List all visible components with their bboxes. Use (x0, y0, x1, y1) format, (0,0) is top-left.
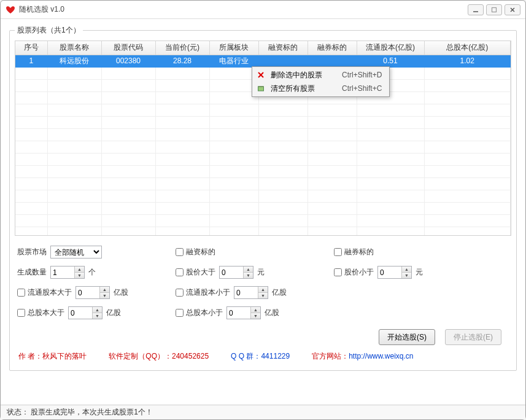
col-price[interactable]: 当前价(元) (155, 41, 209, 55)
footer-links: 作 者：秋风下的落叶 软件定制（QQ）：240452625 Q Q 群：4411… (15, 345, 511, 363)
table-row (15, 227, 511, 236)
custom-info: 软件定制（QQ）：240452625 (109, 351, 209, 362)
price-lt-spinner[interactable]: ▲▼ (377, 266, 412, 279)
price-gt-spinner[interactable]: ▲▼ (219, 266, 253, 279)
float-lt-spinner[interactable]: ▲▼ (234, 286, 268, 299)
gen-count-input[interactable] (51, 266, 74, 278)
float-lt-checkbox[interactable]: 流通股本小于 (176, 287, 230, 298)
table-row (15, 165, 511, 177)
table-row[interactable]: 1科远股份00238028.28电器行业0.511.02 (15, 55, 511, 67)
table-row (15, 128, 511, 141)
app-icon (6, 5, 15, 15)
menu-delete-selected[interactable]: 删除选中的股票 Ctrl+Shift+D (253, 68, 388, 82)
menu-clear-all[interactable]: 清空所有股票 Ctrl+Shift+C (253, 82, 388, 95)
table-header-row: 序号 股票名称 股票代码 当前价(元) 所属板块 融资标的 融券标的 流通股本(… (15, 41, 511, 55)
table-row (15, 153, 511, 165)
window-title: 随机选股 v1.0 (19, 4, 468, 15)
float-gt-spinner[interactable]: ▲▼ (75, 286, 110, 299)
close-button[interactable] (505, 4, 520, 15)
price-lt-checkbox[interactable]: 股价小于 (334, 267, 374, 278)
table-container: 序号 股票名称 股票代码 当前价(元) 所属板块 融资标的 融券标的 流通股本(… (15, 41, 511, 236)
official-site[interactable]: 官方网站：http://www.weixq.cn (312, 351, 413, 362)
gen-count-spinner[interactable]: ▲▼ (50, 266, 85, 279)
col-code[interactable]: 股票代码 (101, 41, 155, 55)
app-window: 随机选股 v1.0 股票列表（共1个） 序号 股票名称 股票代码 当前价(元) (0, 0, 526, 420)
col-short[interactable]: 融券标的 (307, 41, 357, 55)
table-row (15, 214, 511, 227)
status-text: 股票生成完毕，本次共生成股票1个！ (31, 407, 153, 418)
maximize-button[interactable] (486, 4, 502, 15)
margin-finance-checkbox[interactable]: 融资标的 (176, 247, 215, 257)
price-gt-checkbox[interactable]: 股价大于 (176, 267, 215, 278)
table-row (15, 202, 511, 214)
table-row (15, 190, 511, 202)
svg-rect-1 (492, 7, 497, 12)
window-buttons (468, 4, 520, 15)
clear-icon (256, 84, 266, 93)
start-button[interactable]: 开始选股(S) (379, 329, 435, 345)
statusbar: 状态： 股票生成完毕，本次共生成股票1个！ (1, 405, 525, 419)
table-row (15, 141, 511, 153)
stock-list-group: 股票列表（共1个） 序号 股票名称 股票代码 当前价(元) 所属板块 融资标的 … (9, 25, 517, 371)
table-row (15, 104, 511, 116)
group-legend: 股票列表（共1个） (15, 25, 83, 36)
float-gt-checkbox[interactable]: 流通股本大于 (17, 287, 72, 298)
table-row (15, 177, 511, 190)
col-total[interactable]: 总股本(亿股) (424, 41, 511, 55)
market-select[interactable]: 全部随机 (50, 246, 102, 259)
minimize-button[interactable] (468, 4, 484, 15)
controls-panel: 股票市场 全部随机 融资标的 融券标的 (15, 246, 511, 345)
stop-button: 停止选股(E) (445, 329, 501, 345)
col-name[interactable]: 股票名称 (47, 41, 101, 55)
titlebar: 随机选股 v1.0 (1, 1, 525, 19)
col-sector[interactable]: 所属板块 (209, 41, 258, 55)
svg-rect-6 (258, 87, 264, 91)
content-area: 股票列表（共1个） 序号 股票名称 股票代码 当前价(元) 所属板块 融资标的 … (1, 19, 525, 405)
qq-group[interactable]: Q Q 群：4411229 (231, 351, 290, 362)
col-float[interactable]: 流通股本(亿股) (357, 41, 424, 55)
total-lt-checkbox[interactable]: 总股本小于 (176, 308, 223, 318)
total-gt-checkbox[interactable]: 总股本大于 (17, 308, 64, 318)
total-lt-spinner[interactable]: ▲▼ (226, 306, 261, 319)
col-finance[interactable]: 融资标的 (258, 41, 307, 55)
delete-icon (256, 70, 266, 80)
col-index[interactable]: 序号 (15, 41, 47, 55)
context-menu: 删除选中的股票 Ctrl+Shift+D 清空所有股票 Ctrl+Shift+C (252, 66, 390, 97)
market-label: 股票市场 (17, 247, 47, 257)
svg-rect-7 (258, 86, 264, 87)
margin-short-checkbox[interactable]: 融券标的 (334, 247, 374, 257)
table-row (15, 116, 511, 128)
author-info: 作 者：秋风下的落叶 (18, 351, 87, 362)
gen-count-label: 生成数量 (17, 267, 47, 278)
total-gt-spinner[interactable]: ▲▼ (68, 306, 102, 319)
